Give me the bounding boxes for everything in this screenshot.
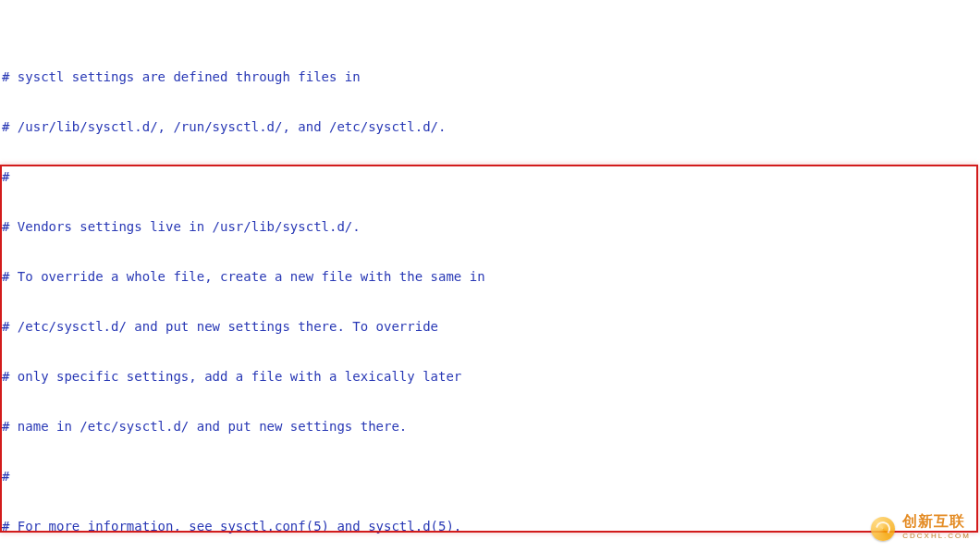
terminal-content[interactable]: # sysctl settings are defined through fi… (0, 0, 980, 552)
comment-line: # For more information, see sysctl.conf(… (2, 518, 978, 534)
comment-line: # sysctl settings are defined through fi… (2, 68, 978, 85)
comment-line: # name in /etc/sysctl.d/ and put new set… (2, 418, 978, 435)
comment-line: # Vendors settings live in /usr/lib/sysc… (2, 218, 978, 235)
comment-line: # /etc/sysctl.d/ and put new settings th… (2, 318, 978, 335)
comment-line: # only specific settings, add a file wit… (2, 368, 978, 385)
comment-line: # (2, 168, 978, 185)
comment-line: # To override a whole file, create a new… (2, 268, 978, 285)
comment-line: # (2, 468, 978, 485)
comment-line: # /usr/lib/sysctl.d/, /run/sysctl.d/, an… (2, 118, 978, 135)
